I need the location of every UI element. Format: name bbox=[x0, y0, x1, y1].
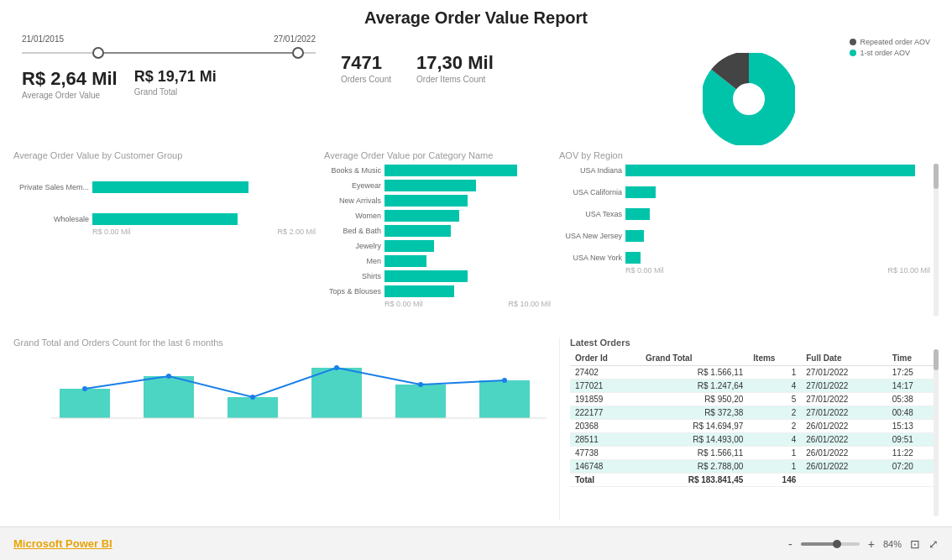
cat-bar-label-0: Books & Music bbox=[324, 166, 381, 175]
cat-bar-row-7: Shirts bbox=[324, 270, 551, 283]
zoom-slider[interactable] bbox=[801, 542, 860, 546]
bar-row-private: Private Sales Mem... bbox=[13, 181, 316, 194]
slider-track[interactable] bbox=[22, 45, 316, 60]
customer-group-title: Average Order Value by Customer Group bbox=[13, 150, 316, 160]
cell-items: 4 bbox=[748, 379, 801, 393]
region-bar-row-3: USA New Jersey bbox=[559, 229, 930, 243]
latest-orders-title: Latest Orders bbox=[570, 338, 939, 348]
zoom-plus[interactable]: + bbox=[868, 537, 875, 551]
cell-time: 07:20 bbox=[887, 460, 939, 474]
cell-total: R$ 14.694,97 bbox=[641, 420, 748, 433]
svg-rect-5 bbox=[311, 368, 362, 418]
cat-bar-wrap-0 bbox=[384, 164, 551, 177]
total-time bbox=[887, 474, 939, 487]
kpi-row: R$ 2,64 Mil Average Order Value R$ 19,71… bbox=[13, 65, 324, 103]
orders-scrollbar-thumb bbox=[934, 349, 939, 370]
cell-order-id: 191859 bbox=[570, 393, 641, 406]
customer-group-axis: R$ 0.00 Mil R$ 2.00 Mil bbox=[92, 228, 316, 236]
cell-date: 26/01/2022 bbox=[801, 460, 887, 474]
cat-bar-row-0: Books & Music bbox=[324, 164, 551, 177]
cat-bar-wrap-5 bbox=[384, 239, 551, 253]
col-time: Time bbox=[887, 351, 939, 366]
region-bar-label-1: USA California bbox=[559, 188, 622, 196]
footer-logo[interactable]: Microsoft Power BI bbox=[13, 537, 112, 550]
region-axis: R$ 0.00 Mil R$ 10.00 Mil bbox=[625, 266, 939, 275]
slider-handle-right[interactable] bbox=[292, 47, 304, 59]
kpi-avg-order: R$ 2,64 Mil Average Order Value bbox=[22, 69, 118, 100]
cell-date: 26/01/2022 bbox=[801, 433, 887, 447]
fit-page-icon[interactable]: ⊡ bbox=[910, 537, 920, 551]
cell-time: 11:22 bbox=[887, 447, 939, 460]
region-bar-label-3: USA New Jersey bbox=[559, 232, 622, 240]
svg-rect-7 bbox=[479, 380, 530, 418]
svg-point-13 bbox=[502, 378, 507, 383]
grand-total-title: Grand Total and Orders Count for the las… bbox=[13, 338, 559, 348]
axis-max-cat: R$ 10.00 Mil bbox=[508, 300, 551, 308]
cell-items: 1 bbox=[748, 366, 801, 379]
cell-items: 1 bbox=[748, 447, 801, 460]
kpi-orders-count-label: Orders Count bbox=[341, 75, 391, 84]
kpi-orders-count: 7471 Orders Count bbox=[341, 53, 391, 84]
slider-handle-left[interactable] bbox=[92, 47, 104, 59]
cell-time: 05:38 bbox=[887, 393, 939, 406]
table-row: 177021 R$ 1.247,64 4 27/01/2022 14:17 bbox=[570, 379, 939, 393]
pie-chart bbox=[703, 53, 795, 145]
cell-total: R$ 1.247,64 bbox=[641, 379, 748, 393]
axis-min-cg: R$ 0.00 Mil bbox=[92, 228, 131, 236]
cell-order-id: 146748 bbox=[570, 460, 641, 474]
cat-bar-wrap-3 bbox=[384, 209, 551, 222]
svg-rect-4 bbox=[228, 397, 278, 418]
cat-bar-row-4: Bed & Bath bbox=[324, 224, 551, 238]
cell-total: R$ 372,38 bbox=[641, 406, 748, 420]
cell-date: 27/01/2022 bbox=[801, 379, 887, 393]
cat-bar-label-3: Women bbox=[324, 212, 381, 220]
cell-time: 17:25 bbox=[887, 366, 939, 379]
region-chart: USA Indiana USA California USA Texas USA… bbox=[559, 164, 939, 264]
svg-rect-2 bbox=[60, 389, 110, 418]
bar-wrap-wholesale bbox=[92, 212, 316, 226]
cell-total: R$ 950,20 bbox=[641, 393, 748, 406]
bottom-right: Latest Orders Order Id Grand Total Items… bbox=[559, 338, 939, 520]
expand-icon[interactable]: ⤢ bbox=[928, 537, 939, 551]
zoom-fill bbox=[801, 542, 836, 546]
cat-bar-label-2: New Arrivals bbox=[324, 196, 381, 205]
table-row: 47738 R$ 1.566,11 1 26/01/2022 11:22 bbox=[570, 447, 939, 460]
region-bar-label-0: USA Indiana bbox=[559, 166, 622, 175]
zoom-minus[interactable]: - bbox=[788, 537, 792, 551]
cell-total: R$ 1.566,11 bbox=[641, 366, 748, 379]
slider-date-start: 21/01/2015 bbox=[22, 34, 64, 44]
top-section: 21/01/2015 27/01/2022 R$ 2,64 Mil Averag… bbox=[13, 34, 939, 145]
zoom-handle[interactable] bbox=[833, 540, 841, 548]
svg-rect-6 bbox=[395, 385, 446, 418]
cell-order-id: 20368 bbox=[570, 420, 641, 433]
region-bar-row-4: USA New York bbox=[559, 251, 930, 264]
slider-active bbox=[96, 52, 301, 54]
pie-legend: Repeated order AOV 1-st order AOV bbox=[850, 38, 930, 57]
orders-scrollbar[interactable] bbox=[934, 349, 939, 516]
cat-bar-label-6: Men bbox=[324, 257, 381, 265]
slider-dates: 21/01/2015 27/01/2022 bbox=[22, 34, 316, 44]
kpi-left: 21/01/2015 27/01/2022 R$ 2,64 Mil Averag… bbox=[13, 34, 324, 145]
cell-total: R$ 14.493,00 bbox=[641, 433, 748, 447]
total-row: Total R$ 183.841,45 146 bbox=[570, 474, 939, 487]
kpi-order-items-label: Order Items Count bbox=[416, 75, 494, 84]
kpi-avg-order-label: Average Order Value bbox=[22, 91, 118, 100]
total-date bbox=[801, 474, 887, 487]
footer-right: - + 84% ⊡ ⤢ bbox=[788, 537, 939, 551]
cat-bar-wrap-2 bbox=[384, 194, 551, 207]
category-chart: Books & Music Eyewear New Arrivals Women… bbox=[324, 164, 551, 298]
pie-legend-label-repeated: Repeated order AOV bbox=[860, 38, 930, 46]
pie-legend-dot-repeated bbox=[850, 39, 856, 45]
axis-max-cg: R$ 2.00 Mil bbox=[277, 228, 316, 236]
kpi-order-items: 17,30 Mil Order Items Count bbox=[416, 53, 494, 84]
cell-time: 14:17 bbox=[887, 379, 939, 393]
cat-bar-label-1: Eyewear bbox=[324, 181, 381, 190]
footer: Microsoft Power BI - + 84% ⊡ ⤢ bbox=[0, 526, 952, 560]
col-grand-total: Grand Total bbox=[641, 351, 748, 366]
axis-max-region: R$ 10.00 Mil bbox=[887, 266, 930, 275]
cat-bar-row-5: Jewelry bbox=[324, 239, 551, 253]
svg-point-8 bbox=[82, 386, 87, 391]
cat-bar-row-1: Eyewear bbox=[324, 179, 551, 192]
cell-time: 00:48 bbox=[887, 406, 939, 420]
cell-items: 1 bbox=[748, 460, 801, 474]
